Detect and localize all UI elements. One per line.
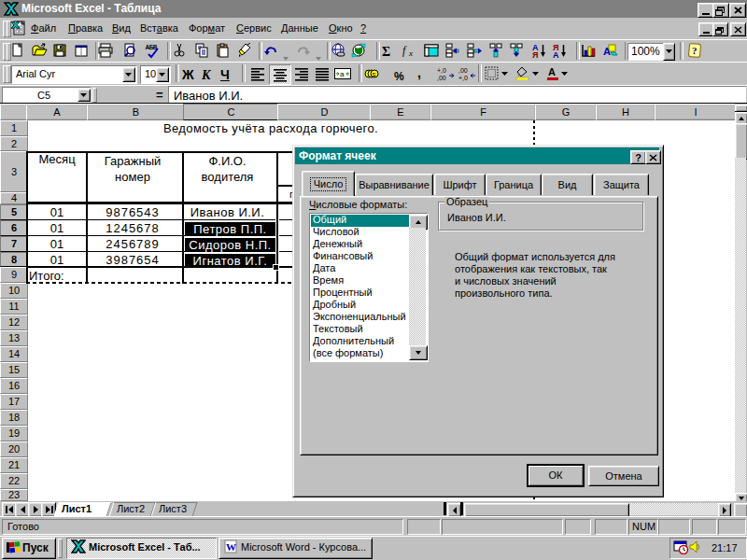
svg-text:+,0: +,0 [437,67,446,74]
svg-text:АБВ: АБВ [146,44,158,50]
svg-text:А: А [553,50,559,59]
svg-text:x: x [408,49,413,58]
svg-text:А: А [548,66,556,77]
svg-text:?: ? [692,45,698,56]
svg-text:W: W [226,541,236,553]
svg-text:+,0: +,0 [458,75,468,81]
svg-text:s: s [373,70,376,78]
svg-text:,00: ,00 [458,67,468,74]
svg-text:f: f [402,44,407,57]
svg-text:,00: ,00 [437,75,446,81]
svg-text:А: А [603,46,611,57]
svg-text:a: a [340,70,345,78]
svg-text:Σ: Σ [382,45,390,59]
svg-text:Я: Я [532,50,538,59]
